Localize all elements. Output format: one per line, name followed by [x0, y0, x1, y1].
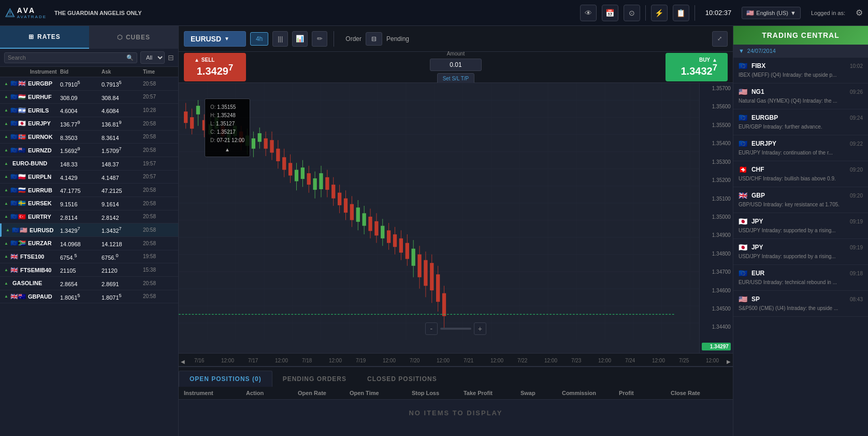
chart-toolbar: EURUSD ▼ 4h ||| 📊 ✏ Order ⊟ Pending ⤢ — [179, 26, 733, 52]
symbol-label: EURUSD — [191, 35, 221, 43]
tc-time: 09:19 — [850, 245, 863, 250]
tc-time: 09:24 — [850, 115, 863, 121]
tc-list-item[interactable]: 🇺🇸 NG1 09:26 Natural Gas (NYMEX) (Q4) In… — [733, 83, 868, 109]
chart-draw-icon[interactable]: ✏ — [312, 31, 327, 47]
tc-flag-icon: 🇺🇸 — [739, 88, 747, 96]
sell-price-sup: 7 — [228, 63, 233, 73]
time-label: 12:00 — [652, 358, 665, 363]
list-item[interactable]: ▲ 🇪🇺🇷🇺 EURRUB 47.1775 47.2125 20:58 — [0, 184, 178, 197]
rate-arrow-icon: ▲ — [4, 254, 8, 259]
search-input[interactable] — [8, 54, 124, 61]
tab-cubes[interactable]: ⬡ CUBES — [89, 26, 178, 49]
tc-list-item[interactable]: 🇯🇵 JPY 09:19 USD/JPY Intraday: supported… — [733, 239, 868, 265]
update-time: 20:58 — [143, 134, 174, 139]
sell-button[interactable]: ▲ SELL 1.34297 — [184, 53, 246, 81]
tc-list-item[interactable]: 🇪🇺 EURGBP 09:24 EUR/GBP Intraday: furthe… — [733, 109, 868, 135]
circle-icon-btn[interactable]: ⊙ — [624, 5, 640, 21]
tab-pending-orders[interactable]: PENDING ORDERS — [272, 371, 357, 387]
buy-price-sup: 7 — [713, 63, 717, 73]
lightning-icon-btn[interactable]: ⚡ — [651, 5, 668, 21]
instrument-name: FTSE100 — [20, 254, 44, 260]
list-item[interactable]: ▲ 🇪🇺🇭🇺 EURHUF 308.09 308.84 20:57 — [0, 91, 178, 104]
trade-buttons: ▲ SELL 1.34297 Amount Set S/L T/P BUY ▲ … — [179, 52, 733, 83]
col-ask: Ask — [102, 69, 143, 75]
ask-sup: 7 — [119, 226, 122, 231]
bottom-panel: OPEN POSITIONS (0) PENDING ORDERS CLOSED… — [179, 366, 733, 436]
bid-sup: 5 — [78, 293, 80, 298]
chart-bar-icon[interactable]: 📊 — [292, 31, 308, 47]
nav-sep2 — [695, 5, 695, 21]
zoom-out-button[interactable]: - — [425, 322, 438, 335]
tc-symbol: SP — [751, 296, 760, 303]
tc-list-item[interactable]: 🇺🇸 SP 08:43 S&P500 (CME) (U4) Intraday: … — [733, 291, 868, 317]
document-icon-btn[interactable]: 📋 — [673, 5, 689, 21]
tab-closed-positions[interactable]: CLOSED POSITIONS — [357, 371, 447, 387]
column-header: Open Rate — [298, 390, 350, 396]
left-tabs: ⊞ RATES ⬡ CUBES — [0, 26, 178, 49]
filter-select[interactable]: All — [140, 51, 165, 64]
tab-rates[interactable]: ⊞ RATES — [0, 26, 89, 49]
calendar-icon-btn[interactable]: 📅 — [602, 5, 618, 21]
tab-open-positions[interactable]: OPEN POSITIONS (0) — [179, 371, 272, 387]
instrument-name: EURUSD — [30, 227, 53, 233]
sell-price-value: 1.3429 — [197, 65, 228, 77]
svg-rect-78 — [362, 213, 366, 226]
list-item[interactable]: ▲ 🇪🇺🇯🇵 EURJPY 136.779 136.819 20:58 — [0, 117, 178, 131]
timeframe-4h[interactable]: 4h — [250, 32, 268, 46]
tc-list-item[interactable]: 🇬🇧 GBP 09:20 GBP/USD Intraday: key resis… — [733, 187, 868, 213]
language-selector[interactable]: 🇺🇸 English (US) ▼ — [742, 7, 801, 19]
instrument-name: FTSEMIB40 — [20, 267, 52, 273]
search-box[interactable]: 🔍 — [4, 52, 137, 63]
tc-item-header: 🇪🇺 FIBX 10:02 — [739, 62, 863, 70]
zoom-in-button[interactable]: + — [474, 322, 486, 335]
settings-icon[interactable]: ⚙ — [856, 8, 863, 18]
svg-rect-72 — [344, 199, 348, 213]
list-item[interactable]: ▲ 🇪🇺🇵🇱 EURPLN 4.1429 4.1487 20:57 — [0, 171, 178, 184]
rate-name-cell: ▲ 🇪🇺🇯🇵 EURJPY — [4, 120, 60, 127]
list-item[interactable]: ▲ 🇪🇺🇺🇸 EURUSD 1.34297 1.34327 20:58 — [0, 223, 178, 237]
column-header: Swap — [520, 390, 562, 396]
zoom-slider[interactable] — [440, 328, 471, 330]
list-item[interactable]: ▲ 🇬🇧 FTSEMIB40 21105 21120 15:38 — [0, 263, 178, 277]
amount-section: Amount Set S/L T/P — [254, 51, 658, 84]
time-label: 7/19 — [356, 358, 366, 363]
grid-view-icon[interactable]: ⊟ — [168, 53, 174, 62]
bid-price: 136.779 — [60, 120, 102, 128]
list-item[interactable]: ▲ GASOLINE 2.8654 2.8691 20:58 — [0, 277, 178, 290]
time-label: 12:00 — [544, 358, 557, 363]
order-type-selector[interactable]: ⊟ — [366, 32, 382, 46]
svg-rect-96 — [417, 255, 421, 277]
list-item[interactable]: ▲ 🇪🇺🇳🇴 EURNOK 8.3503 8.3614 20:58 — [0, 131, 178, 144]
list-item[interactable]: ▲ 🇬🇧🇦🇺 GBPAUD 1.80615 1.80715 20:58 — [0, 290, 178, 304]
update-time: 20:58 — [143, 187, 174, 193]
expand-button[interactable]: ⤢ — [712, 31, 728, 47]
list-item[interactable]: ▲ 🇪🇺🇸🇪 EURSEK 9.1516 9.1614 20:58 — [0, 197, 178, 210]
list-item[interactable]: ▲ 🇪🇺🇮🇱 EURILS 4.6004 4.6084 10:28 — [0, 104, 178, 117]
svg-rect-86 — [387, 230, 390, 243]
tc-list-item[interactable]: 🇨🇭 CHF 09:20 USD/CHF Intraday: bullish b… — [733, 161, 868, 187]
tc-list-item[interactable]: 🇪🇺 EURJPY 09:22 EUR/JPY Intraday: contin… — [733, 135, 868, 161]
list-item[interactable]: ▲ 🇬🇧 FTSE100 6754.5 6756.0 19:58 — [0, 250, 178, 264]
list-item[interactable]: ▲ EURO-BUND 148.33 148.37 19:57 — [0, 157, 178, 171]
amount-input[interactable] — [430, 59, 482, 71]
tc-description: EUR/JPY Intraday: continuation of the r.… — [739, 149, 863, 157]
price-level: 1.34600 — [702, 288, 731, 293]
list-item[interactable]: ▲ 🇪🇺🇿🇦 EURZAR 14.0968 14.1218 20:58 — [0, 237, 178, 250]
price-level: 1.34297 — [702, 343, 731, 350]
sl-tp-button[interactable]: Set S/L T/P — [437, 73, 475, 84]
eye-icon-btn[interactable]: 👁 — [580, 5, 597, 21]
symbol-selector[interactable]: EURUSD ▼ — [184, 31, 246, 47]
bottom-tabs: OPEN POSITIONS (0) PENDING ORDERS CLOSED… — [179, 367, 733, 387]
svg-rect-90 — [399, 238, 403, 253]
tc-list-item[interactable]: 🇪🇺 FIBX 10:02 IBEX (MEFF) (Q4) Intraday:… — [733, 58, 868, 83]
tc-symbol: CHF — [751, 166, 764, 173]
list-item[interactable]: ▲ 🇪🇺🇹🇷 EURTRY 2.8114 2.8142 20:58 — [0, 210, 178, 224]
language-label: English (US) — [756, 10, 788, 16]
buy-button[interactable]: BUY ▲ 1.34327 — [666, 53, 728, 81]
toolbar-sep — [334, 31, 334, 47]
tc-list-item[interactable]: 🇪🇺 EUR 09:18 EUR/USD Intraday: technical… — [733, 265, 868, 291]
tc-list-item[interactable]: 🇯🇵 JPY 09:19 USD/JPY Intraday: supported… — [733, 213, 868, 239]
list-item[interactable]: ▲ 🇪🇺🇳🇿 EURNZD 1.56929 1.57097 20:58 — [0, 144, 178, 157]
list-item[interactable]: ▲ 🇪🇺🇬🇧 EURGBP 0.79105 0.79135 20:58 — [0, 77, 178, 91]
chart-candle-icon[interactable]: ||| — [272, 31, 288, 47]
